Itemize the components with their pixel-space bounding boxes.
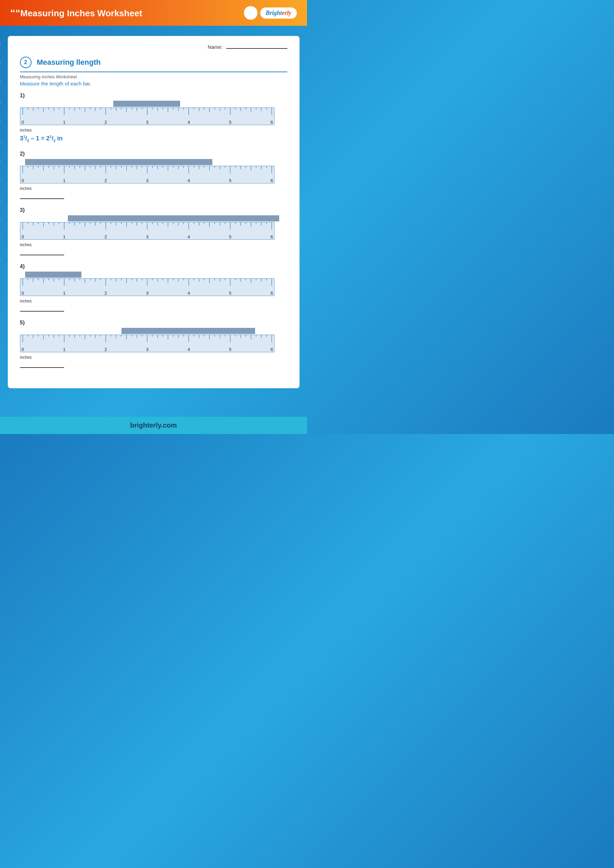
section-number: 2 <box>20 57 31 68</box>
spiral-ring <box>0 236 1 243</box>
logo-circle <box>244 6 258 20</box>
svg-text:0: 0 <box>21 291 24 296</box>
problem-label-5: 5) <box>20 320 287 326</box>
svg-text:6: 6 <box>270 120 273 125</box>
answer-line-2[interactable] <box>20 194 64 199</box>
spiral-ring <box>0 98 1 106</box>
svg-text:4: 4 <box>187 234 190 239</box>
spiral-ring <box>0 39 1 47</box>
svg-text:5: 5 <box>229 178 232 183</box>
name-row: Name: <box>20 44 287 50</box>
svg-text:3: 3 <box>146 291 148 296</box>
answer-shown-1: 31/2 – 1 = 21/2 in <box>20 135 287 143</box>
problem-label-4: 4) <box>20 264 287 270</box>
spiral-ring <box>0 138 1 145</box>
svg-text:2: 2 <box>104 291 107 296</box>
logo-bright: Bright <box>266 9 282 16</box>
svg-text:6: 6 <box>270 178 273 183</box>
spiral-ring <box>0 216 1 224</box>
svg-text:4: 4 <box>187 291 190 296</box>
svg-text:5: 5 <box>229 347 232 352</box>
spiral-ring <box>0 256 1 263</box>
bar-container-4 <box>20 271 287 278</box>
ruler-wrap-3: 0123456 <box>20 222 287 241</box>
spiral-ring <box>0 177 1 184</box>
page-header: Measuring Inches Worksheet Brighterly <box>0 0 307 26</box>
logo-badge: Brighterly <box>260 8 297 19</box>
problem-1: 1)0123456inches31/2 – 1 = 21/2 in <box>20 93 287 143</box>
svg-text:0: 0 <box>21 178 24 183</box>
spiral-ring <box>0 79 1 86</box>
measurement-bar-5 <box>121 328 255 334</box>
instruction: Measure the length of each bar. <box>20 81 287 87</box>
problem-label-2: 2) <box>20 151 287 157</box>
svg-text:3: 3 <box>146 234 148 239</box>
spiral-binding <box>0 39 1 263</box>
svg-text:1: 1 <box>63 291 65 296</box>
svg-text:4: 4 <box>187 347 190 352</box>
svg-text:3: 3 <box>146 120 148 125</box>
svg-text:1: 1 <box>63 120 65 125</box>
answer-line-4[interactable] <box>20 306 64 312</box>
svg-text:2: 2 <box>104 234 107 239</box>
section-header: 2 Measuring llength <box>20 57 287 72</box>
problem-5: 5)0123456inches <box>20 320 287 368</box>
svg-text:0: 0 <box>21 347 24 352</box>
svg-text:1: 1 <box>63 234 65 239</box>
svg-text:5: 5 <box>229 120 232 125</box>
problem-3: 3)0123456inches <box>20 207 287 255</box>
ruler-wrap-2: 0123456 <box>20 166 287 185</box>
section-title: Measuring llength <box>37 58 101 67</box>
ruler-wrap-4: 0123456 <box>20 278 287 298</box>
page-title: Measuring Inches Worksheet <box>10 7 142 19</box>
measurement-bar-1 <box>113 101 180 107</box>
inches-label-3: inches <box>20 242 287 247</box>
spiral-ring <box>0 59 1 67</box>
spiral-ring <box>0 118 1 126</box>
measurement-bar-4 <box>25 271 81 278</box>
inches-label-4: inches <box>20 299 287 304</box>
bar-container-1 <box>20 100 287 107</box>
name-label: Name: <box>208 44 222 50</box>
answer-line-5[interactable] <box>20 363 64 368</box>
ruler-wrap-1: 0123456 <box>20 107 287 127</box>
logo-container: Brighterly <box>244 6 297 20</box>
svg-text:6: 6 <box>270 347 273 352</box>
svg-text:0: 0 <box>21 120 24 125</box>
svg-text:5: 5 <box>229 234 232 239</box>
measurement-bar-2 <box>25 159 212 165</box>
name-line[interactable] <box>226 48 287 49</box>
problem-4: 4)0123456inches <box>20 264 287 312</box>
bar-container-3 <box>20 215 287 222</box>
section-subtitle: Measuring Inches Worksheet <box>20 74 287 79</box>
answer-line-3[interactable] <box>20 250 64 255</box>
inches-label-2: inches <box>20 186 287 191</box>
worksheet-content: Name: 2 Measuring llength Measuring Inch… <box>8 36 300 388</box>
spiral-ring <box>0 197 1 204</box>
svg-text:4: 4 <box>187 178 190 183</box>
logo-erly: erly <box>282 9 291 16</box>
footer-url: brighterly.com <box>130 422 177 429</box>
inches-label-5: inches <box>20 355 287 360</box>
svg-text:3: 3 <box>146 347 148 352</box>
svg-text:6: 6 <box>270 291 273 296</box>
spiral-ring <box>0 157 1 165</box>
bar-container-5 <box>20 327 287 335</box>
svg-text:1: 1 <box>63 178 65 183</box>
svg-text:4: 4 <box>187 120 190 125</box>
problem-2: 2)0123456inches <box>20 151 287 199</box>
svg-text:2: 2 <box>104 347 107 352</box>
svg-text:2: 2 <box>104 120 107 125</box>
page-footer: brighterly.com <box>0 417 307 434</box>
svg-text:5: 5 <box>229 291 232 296</box>
problem-label-1: 1) <box>20 93 287 99</box>
svg-text:3: 3 <box>146 178 148 183</box>
problem-label-3: 3) <box>20 207 287 213</box>
measurement-bar-3 <box>68 215 279 222</box>
ruler-wrap-5: 0123456 <box>20 335 287 353</box>
svg-text:2: 2 <box>104 178 107 183</box>
problems-container: 1)0123456inches31/2 – 1 = 21/2 in2)01234… <box>20 93 287 368</box>
inches-label-1: inches <box>20 128 287 133</box>
svg-text:6: 6 <box>270 234 273 239</box>
svg-text:1: 1 <box>63 347 65 352</box>
